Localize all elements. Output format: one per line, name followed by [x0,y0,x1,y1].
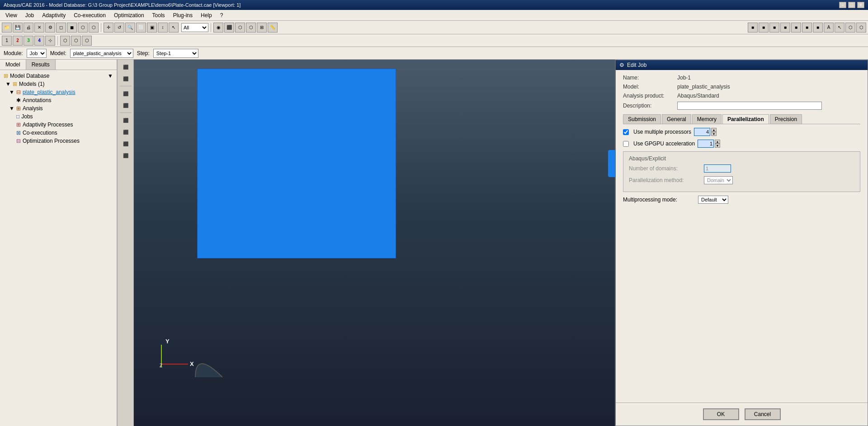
tb-elem[interactable]: ⬛ [224,23,234,33]
model-select[interactable]: plate_plastic_analysis [70,49,133,58]
tab-model[interactable]: Model [0,60,26,70]
tb-view3d2[interactable]: ◼ [67,23,77,33]
menu-help[interactable]: Help [197,11,216,19]
analysis-icon: ⊞ [16,105,21,112]
tree-analysis[interactable]: ▼ ⊞ Analysis [2,104,115,112]
row-gpgpu: Use GPGPU acceleration ▲ ▼ [623,140,860,148]
tab-parallelization[interactable]: Parallelization [722,114,769,124]
tb2-2[interactable]: 2 [13,36,23,46]
filter-select[interactable]: All [181,23,208,32]
tb2-3[interactable]: 3 [24,36,33,46]
tb-open[interactable]: 📁 [2,23,12,33]
tree-jobs[interactable]: □ Jobs [2,112,115,121]
cb-multiple-processors[interactable] [623,129,629,135]
minimize-button[interactable]: – [839,2,846,8]
tb-r1[interactable]: ■ [748,23,758,33]
parallel-method-select[interactable]: Domain Loop [704,176,733,184]
tb-rotate[interactable]: ↺ [114,23,124,33]
tb-translate[interactable]: ✛ [104,23,113,33]
menu-question[interactable]: ? [217,11,227,19]
ltb-manager[interactable]: ⬛ [119,73,132,84]
tab-submission[interactable]: Submission [623,114,661,124]
tb-r9[interactable]: ↖ [835,23,844,33]
multiprocessing-mode-select[interactable]: Default Threads MPI [698,196,728,204]
tb-r10[interactable]: ⬡ [845,23,855,33]
menu-job[interactable]: Job [22,11,38,19]
ltb-submit[interactable]: ⬛ [119,115,132,126]
menu-tools[interactable]: Tools [149,11,169,19]
tb-zoomfit[interactable]: ⬜ [136,23,146,33]
menu-optimization[interactable]: Optimization [110,11,148,19]
tab-memory[interactable]: Memory [692,114,722,124]
description-input[interactable] [677,102,822,110]
menu-plugins[interactable]: Plug-ins [170,11,196,19]
tb-measure[interactable]: 📏 [268,23,278,33]
domains-value[interactable] [704,164,731,173]
ltb-monitor[interactable]: ⬛ [119,138,132,149]
tb-r3[interactable]: ■ [769,23,779,33]
ltb-create[interactable]: ⬛ [119,61,132,72]
tb2-1[interactable]: 1 [2,36,12,46]
gpgpu-value[interactable] [698,140,714,148]
tree-annotations[interactable]: ✱ Annotations [2,96,115,104]
cancel-button[interactable]: Cancel [745,408,781,420]
ltb-copy[interactable]: ⬛ [119,100,132,111]
gpgpu-spin-down[interactable]: ▼ [715,144,720,148]
ltb-continue[interactable]: ⬛ [119,126,132,137]
right-edge-tab[interactable] [608,150,615,177]
tb-zoombox[interactable]: ▣ [147,23,157,33]
processors-spin-up[interactable]: ▲ [711,128,717,132]
tb-print[interactable]: 🖨 [24,23,33,33]
ltb-result[interactable]: ⬛ [119,150,132,161]
tb-zoom[interactable]: 🔍 [125,23,135,33]
tb-body[interactable]: ⬡ [246,23,256,33]
tb-save[interactable]: 💾 [13,23,23,33]
axis-x-label: X [190,360,194,367]
tb-grid[interactable]: ⊞ [257,23,267,33]
menu-view[interactable]: View [2,11,21,19]
tb2-axis[interactable]: ⊹ [45,36,55,46]
tb-wire[interactable]: ⬡ [89,23,99,33]
tb-node[interactable]: ◉ [213,23,223,33]
tb2-4[interactable]: 4 [34,36,44,46]
processors-value[interactable] [694,128,710,136]
close-button[interactable]: ✕ [857,2,864,8]
tab-results[interactable]: Results [26,60,56,70]
tb2-cube2[interactable]: ⬡ [71,36,81,46]
maximize-button[interactable]: □ [848,2,855,8]
tb-arrow[interactable]: ↖ [169,23,179,33]
gpgpu-spin-up[interactable]: ▲ [715,140,720,144]
step-select[interactable]: Step-1 [153,49,198,58]
tree-models[interactable]: ▼ ⊞ Models (1) [2,80,115,88]
tree-model-name[interactable]: ▼ ⊟ plate_plastic_analysis [2,88,115,96]
tb-viewiso[interactable]: ⬡ [78,23,88,33]
tree-optimization[interactable]: ⊟ Optimization Processes [2,137,115,145]
tb-delete[interactable]: ✕ [34,23,44,33]
ok-button[interactable]: OK [703,408,739,420]
processors-spin-arrows: ▲ ▼ [711,128,717,136]
module-select[interactable]: Job [27,49,47,58]
tb-r6[interactable]: ■ [802,23,812,33]
tab-general[interactable]: General [662,114,691,124]
menu-adaptivity[interactable]: Adaptivity [38,11,69,19]
tb-r5[interactable]: ■ [791,23,801,33]
tb-view3d[interactable]: ◻ [56,23,66,33]
tb-pan[interactable]: ↕ [158,23,168,33]
tb-r7[interactable]: ■ [813,23,823,33]
tb-settings[interactable]: ⚙ [45,23,55,33]
tb2-cube3[interactable]: ⬡ [82,36,92,46]
tb-r2[interactable]: ■ [759,23,769,33]
tb-r8[interactable]: A [824,23,834,33]
processors-spin-down[interactable]: ▼ [711,132,717,136]
tree-adaptivity[interactable]: ⊞ Adaptivity Processes [2,121,115,129]
cb-gpgpu[interactable] [623,141,629,147]
menu-coexecution[interactable]: Co-execution [70,11,109,19]
tb2-cube1[interactable]: ⬡ [60,36,70,46]
ltb-edit[interactable]: ⬛ [119,88,132,99]
tb-face[interactable]: ⬡ [235,23,245,33]
tb-r4[interactable]: ■ [780,23,790,33]
tree-coexecutions[interactable]: ⊠ Co-executions [2,129,115,137]
tb-r11[interactable]: ⬡ [856,23,866,33]
tab-precision[interactable]: Precision [770,114,802,124]
tree-header-expand[interactable]: ▼ [108,73,113,79]
